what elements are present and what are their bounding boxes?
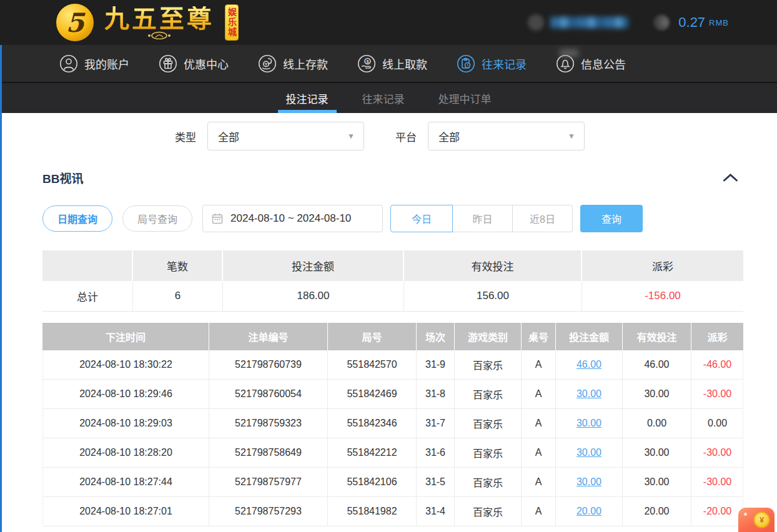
tab-label: 投注记录 [286,91,329,106]
col-header-valid-bet: 有效投注 [623,323,691,350]
tab-label: 往来记录 [362,91,405,106]
platform-filter-select[interactable]: 全部 ▼ [428,122,585,150]
cell-payout: -30.00 [691,380,743,408]
cell-round-id: 551842212 [328,438,417,467]
cell-bet-amount[interactable]: 30.00 [556,409,623,438]
bet-amount-link[interactable]: 30.00 [577,476,601,488]
cell-order-id: 521798759323 [209,409,328,438]
user-icon [59,54,78,73]
bet-amount-link[interactable]: 30.00 [577,447,601,458]
cell-order-id: 521798760739 [209,350,328,379]
col-header-payout: 派彩 [691,323,743,350]
cell-payout: 0.00 [691,409,743,438]
cell-game-type: 百家乐 [455,468,522,496]
chevron-down-icon: ▼ [568,132,575,140]
content-area: 类型 全部 ▼ 平台 全部 ▼ BB视讯 日期查询 局号查询 [0,122,777,526]
nav-item-deposit[interactable]: 线上存款 [258,54,328,73]
nav-item-announcements[interactable]: 信息公告 [556,54,626,73]
records-icon [457,54,475,73]
summary-total-row: 总计 6 186.00 156.00 -156.00 [42,281,743,312]
yesterday-label: 昨日 [473,211,493,226]
cell-valid-bet: 30.00 [623,380,691,408]
cell-bet-time: 2024-08-10 18:30:22 [43,350,209,379]
gold-coin-icon: ¥ [753,511,770,528]
cell-order-id: 521798760054 [209,380,328,408]
date-range-value: 2024-08-10 ~ 2024-08-10 [230,212,351,225]
summary-header-bet-amount: 投注金额 [223,250,404,281]
cell-table-no: A [522,438,556,467]
nav-item-my-account[interactable]: 我的账户 [59,54,129,73]
username-redacted[interactable] [550,17,628,28]
yesterday-button[interactable]: 昨日 [452,205,513,232]
platform-filter-label: 平台 [395,129,417,144]
avatar[interactable] [528,14,544,31]
filter-row: 类型 全部 ▼ 平台 全部 ▼ [175,122,777,150]
type-filter-select[interactable]: 全部 ▼ [207,122,364,150]
cell-bet-time: 2024-08-10 18:29:03 [43,409,209,438]
search-button[interactable]: 查询 [580,205,643,232]
platform-filter-value: 全部 [438,129,460,144]
bet-amount-link[interactable]: 46.00 [577,359,601,370]
date-query-label: 日期查询 [57,211,97,226]
cell-round-id: 551842469 [328,380,417,408]
round-query-label: 局号查询 [137,211,177,226]
nav-item-label: 信息公告 [581,56,626,72]
cell-valid-bet: 20.00 [623,497,691,526]
nav-item-withdraw[interactable]: $ 线上取款 [357,54,427,73]
tab-transaction-records[interactable]: 往来记录 [360,83,407,113]
user-account-area: 0.27 RMB [528,0,729,45]
tab-bet-records[interactable]: 投注记录 [284,83,331,113]
cell-order-id: 521798757293 [209,497,328,526]
brand-logo-icon: 5 [56,4,94,41]
cell-bet-amount[interactable]: 30.00 [556,438,623,467]
col-header-round-id: 局号 [328,323,417,350]
today-button[interactable]: 今日 [390,205,453,232]
nav-item-transaction-records[interactable]: 往来记录 [457,54,527,73]
date-range-input[interactable]: 2024-08-10 ~ 2024-08-10 [202,205,383,232]
summary-header-valid-bet: 有效投注 [404,250,582,281]
last-8-days-button[interactable]: 近8日 [512,205,573,232]
cell-bet-time: 2024-08-10 18:27:01 [43,497,209,526]
tab-pending-orders[interactable]: 处理中订单 [436,83,494,113]
bet-amount-link[interactable]: 30.00 [577,388,601,400]
col-header-bet-amount: 投注金额 [556,323,623,350]
tab-label: 处理中订单 [438,91,492,106]
cell-table-no: A [522,497,556,526]
date-query-button[interactable]: 日期查询 [42,205,112,232]
table-row: 2024-08-10 18:27:01521798757293551841982… [43,497,743,526]
nav-item-promotions[interactable]: 优惠中心 [159,54,229,73]
cell-bet-amount[interactable]: 46.00 [556,350,623,379]
nav-item-label: 线上存款 [283,56,328,72]
cell-bet-amount[interactable]: 20.00 [556,497,623,526]
section-title: BB视讯 [42,169,83,186]
cell-bet-amount[interactable]: 30.00 [556,468,623,496]
cell-bet-amount[interactable]: 30.00 [556,380,623,408]
wallet-icon[interactable] [653,14,670,31]
cell-game-type: 百家乐 [455,438,522,467]
cell-session: 31-7 [417,409,455,438]
nav-item-label: 线上取款 [382,56,427,72]
cell-game-type: 百家乐 [455,380,522,408]
collapse-chevron-up-icon[interactable] [723,173,738,182]
nav-item-label: 往来记录 [482,56,527,72]
col-header-bet-time: 下注时间 [42,323,209,350]
table-row: 2024-08-10 18:30:22521798760739551842570… [43,350,743,380]
red-envelope-widget[interactable]: ¥ [738,508,775,532]
table-row: 2024-08-10 18:27:44521798757977551842106… [43,468,743,497]
bet-amount-link[interactable]: 30.00 [577,418,601,429]
query-toolbar: 日期查询 局号查询 2024-08-10 ~ 2024-08-10 今日 昨日 [42,205,743,232]
cell-session: 31-9 [417,350,455,379]
last-8-days-label: 近8日 [530,211,555,226]
record-tabs: 投注记录 往来记录 处理中订单 [0,82,777,113]
summary-header-payout: 派彩 [582,250,743,281]
left-edge-stripe [0,45,2,532]
cell-table-no: A [522,350,556,379]
quick-date-group: 今日 昨日 近8日 [390,205,573,232]
summary-bet-amount-value: 186.00 [223,281,404,311]
bet-amount-link[interactable]: 20.00 [577,506,601,517]
calendar-icon [212,213,223,224]
col-header-table-no: 桌号 [522,323,556,350]
brand-logo[interactable]: 5 九五至尊 娱乐城 [56,4,239,41]
round-query-button[interactable]: 局号查询 [122,205,192,232]
section-header: BB视讯 [42,169,743,186]
